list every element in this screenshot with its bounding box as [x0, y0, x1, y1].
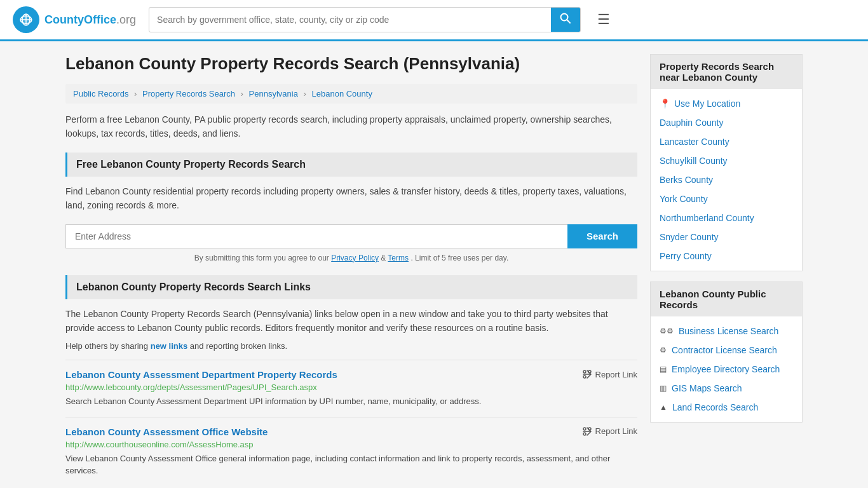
map-icon: ▥ [660, 384, 667, 393]
svg-point-10 [588, 428, 591, 430]
berks-county-link[interactable]: Berks County [660, 175, 713, 185]
free-search-section: Free Lebanon County Property Records Sea… [65, 152, 637, 262]
address-search-button[interactable]: Search [567, 224, 637, 248]
share-text: Help others by sharing new links and rep… [65, 341, 637, 351]
logo-area: CountyOffice.org [13, 6, 136, 33]
employee-directory-item[interactable]: ▤ Employee Directory Search [651, 360, 802, 379]
free-search-description: Find Lebanon County residential property… [65, 184, 637, 213]
hamburger-menu-button[interactable]: ☰ [593, 8, 614, 32]
svg-point-8 [583, 376, 586, 378]
use-my-location-link[interactable]: Use My Location [674, 98, 740, 109]
record-item-header: Lebanon County Assessment Office Website… [65, 426, 637, 437]
business-license-item[interactable]: ⚙⚙ Business License Search [651, 322, 802, 341]
contractor-license-item[interactable]: ⚙ Contractor License Search [651, 341, 802, 360]
breadcrumb-pennsylvania[interactable]: Pennsylvania [249, 89, 298, 98]
svg-point-6 [583, 370, 586, 373]
employee-directory-link[interactable]: Employee Directory Search [672, 364, 780, 374]
svg-line-5 [567, 20, 571, 24]
sidebar-item-york[interactable]: York County [651, 189, 802, 208]
privacy-policy-link[interactable]: Privacy Policy [331, 254, 379, 262]
logo-icon [13, 6, 39, 33]
nearby-section-body: 📍 Use My Location Dauphin County Lancast… [651, 89, 802, 271]
sidebar-item-schuylkill[interactable]: Schuylkill County [651, 151, 802, 170]
sidebar-item-snyder[interactable]: Snyder County [651, 227, 802, 247]
sidebar-item-berks[interactable]: Berks County [651, 170, 802, 189]
public-records-section-header: Lebanon County Public Records [651, 282, 802, 316]
report-link-button[interactable]: Report Link [582, 369, 637, 379]
report-link-button[interactable]: Report Link [582, 426, 637, 437]
breadcrumb-property-records-search[interactable]: Property Records Search [142, 89, 235, 98]
land-records-link[interactable]: Land Records Search [672, 402, 758, 412]
links-section-header: Lebanon County Property Records Search L… [65, 275, 637, 299]
gear-icon: ⚙ [660, 346, 667, 355]
public-records-section: Lebanon County Public Records ⚙⚙ Busines… [650, 281, 803, 423]
location-icon: 📍 [660, 98, 670, 109]
record-url: http://www.lebcounty.org/depts/Assessmen… [65, 383, 637, 392]
snyder-county-link[interactable]: Snyder County [660, 232, 719, 242]
svg-point-7 [588, 370, 591, 373]
nearby-section-header: Property Records Search near Lebanon Cou… [651, 55, 802, 89]
schuylkill-county-link[interactable]: Schuylkill County [660, 156, 728, 166]
svg-point-11 [583, 433, 586, 435]
sidebar-item-lancaster[interactable]: Lancaster County [651, 132, 802, 151]
record-url: http://www.courthouseonline.com/AssessHo… [65, 440, 637, 449]
main-content: Lebanon County Property Records Search (… [65, 54, 637, 488]
breadcrumb-sep-1: › [134, 89, 137, 98]
gis-maps-item[interactable]: ▥ GIS Maps Search [651, 379, 802, 398]
record-description: View Lebanon County Assessment Office ge… [65, 452, 637, 477]
breadcrumb: Public Records › Property Records Search… [65, 84, 637, 104]
site-header: CountyOffice.org ☰ [0, 0, 868, 41]
use-my-location-item[interactable]: 📍 Use My Location [651, 94, 802, 113]
free-search-header: Free Lebanon County Property Records Sea… [65, 152, 637, 177]
northumberland-county-link[interactable]: Northumberland County [660, 213, 754, 223]
nearby-section: Property Records Search near Lebanon Cou… [650, 54, 803, 271]
page-description: Perform a free Lebanon County, PA public… [65, 112, 637, 141]
record-title-link[interactable]: Lebanon County Assessment Department Pro… [65, 369, 337, 380]
dauphin-county-link[interactable]: Dauphin County [660, 118, 723, 128]
breadcrumb-sep-2: › [241, 89, 243, 98]
header-search-bar [149, 7, 581, 32]
form-disclaimer: By submitting this form you agree to our… [65, 254, 637, 262]
record-item: Lebanon County Assessment Department Pro… [65, 360, 637, 417]
address-input[interactable] [65, 224, 567, 248]
header-search-input[interactable] [149, 10, 551, 30]
sidebar: Property Records Search near Lebanon Cou… [650, 54, 803, 488]
record-item: Lebanon County Assessment Office Website… [65, 417, 637, 486]
business-license-link[interactable]: Business License Search [679, 326, 778, 336]
land-records-item[interactable]: ▲ Land Records Search [651, 398, 802, 417]
record-title-link[interactable]: Lebanon County Assessment Office Website [65, 426, 268, 437]
header-search-button[interactable] [551, 8, 580, 32]
sidebar-item-dauphin[interactable]: Dauphin County [651, 113, 802, 132]
logo-text: CountyOffice.org [44, 13, 136, 27]
public-records-section-body: ⚙⚙ Business License Search ⚙ Contractor … [651, 316, 802, 422]
page-title: Lebanon County Property Records Search (… [65, 54, 637, 74]
links-section: Lebanon County Property Records Search L… [65, 275, 637, 486]
contractor-license-link[interactable]: Contractor License Search [672, 345, 777, 355]
sidebar-item-perry[interactable]: Perry County [651, 247, 802, 266]
directory-icon: ▤ [660, 365, 667, 374]
breadcrumb-sep-3: › [304, 89, 306, 98]
links-description: The Lebanon County Property Records Sear… [65, 307, 637, 336]
sidebar-item-northumberland[interactable]: Northumberland County [651, 208, 802, 227]
new-links-link[interactable]: new links [151, 341, 188, 351]
lancaster-county-link[interactable]: Lancaster County [660, 137, 729, 147]
gis-maps-link[interactable]: GIS Maps Search [672, 383, 742, 393]
land-icon: ▲ [660, 403, 667, 412]
page-container: Lebanon County Property Records Search (… [53, 41, 815, 488]
address-search-form: Search [65, 224, 637, 248]
record-item-header: Lebanon County Assessment Department Pro… [65, 369, 637, 380]
svg-point-9 [583, 428, 586, 430]
perry-county-link[interactable]: Perry County [660, 251, 712, 261]
record-description: Search Lebanon County Assessment Departm… [65, 395, 637, 408]
gear-icon: ⚙⚙ [660, 327, 674, 336]
york-county-link[interactable]: York County [660, 194, 708, 204]
breadcrumb-lebanon-county[interactable]: Lebanon County [312, 89, 372, 98]
breadcrumb-public-records[interactable]: Public Records [73, 89, 128, 98]
terms-link[interactable]: Terms [388, 254, 409, 262]
